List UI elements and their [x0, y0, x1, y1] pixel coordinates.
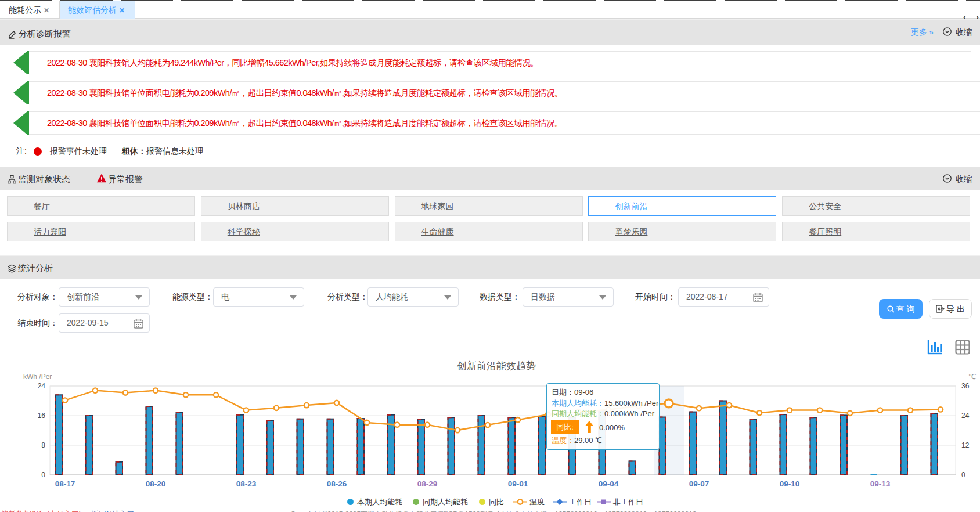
- svg-text:工作日: 工作日: [569, 497, 592, 506]
- svg-text:kWh /Per: kWh /Per: [23, 373, 52, 381]
- svg-text:16: 16: [38, 412, 46, 420]
- svg-text:12: 12: [961, 441, 970, 449]
- svg-text:09-01: 09-01: [508, 479, 528, 488]
- svg-text:本期人均能耗: 本期人均能耗: [357, 497, 402, 506]
- svg-text:℃: ℃: [968, 373, 976, 381]
- svg-text:0: 0: [961, 471, 965, 479]
- svg-text:24: 24: [38, 382, 46, 390]
- svg-text:创新前沿能效趋势: 创新前沿能效趋势: [456, 360, 536, 372]
- svg-text:09-07: 09-07: [689, 479, 709, 488]
- svg-text:08-23: 08-23: [236, 479, 257, 488]
- svg-text:非工作日: 非工作日: [613, 497, 643, 506]
- svg-text:08-20: 08-20: [146, 479, 166, 488]
- svg-text:24: 24: [961, 412, 970, 420]
- svg-text:温度: 温度: [529, 497, 545, 506]
- svg-text:0: 0: [41, 471, 45, 479]
- svg-text:36: 36: [961, 382, 970, 390]
- svg-text:同比: 同比: [489, 497, 504, 506]
- svg-text:08-17: 08-17: [55, 479, 75, 488]
- svg-text:09-04: 09-04: [599, 479, 619, 488]
- svg-text:09-10: 09-10: [780, 479, 800, 488]
- svg-text:08-26: 08-26: [327, 479, 347, 488]
- svg-text:8: 8: [41, 441, 45, 449]
- svg-text:同期人均能耗: 同期人均能耗: [423, 497, 468, 506]
- svg-text:08-29: 08-29: [417, 479, 438, 488]
- svg-text:09-13: 09-13: [870, 479, 891, 488]
